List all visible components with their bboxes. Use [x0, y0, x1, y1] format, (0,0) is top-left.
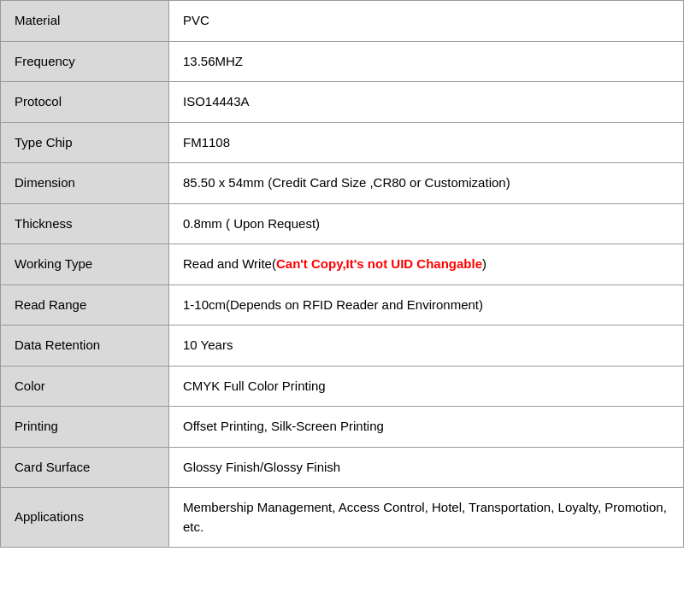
label-data-retention: Data Retention — [1, 326, 169, 367]
table-row: Data Retention 10 Years — [1, 326, 684, 367]
label-frequency: Frequency — [1, 41, 169, 82]
table-row: Applications Membership Management, Acce… — [1, 488, 684, 548]
table-row: Color CMYK Full Color Printing — [1, 366, 684, 407]
value-thickness: 0.8mm ( Upon Request) — [169, 203, 684, 244]
table-row: Dimension 85.50 x 54mm (Credit Card Size… — [1, 163, 684, 204]
value-printing: Offset Printing, Silk-Screen Printing — [169, 407, 684, 448]
label-card-surface: Card Surface — [1, 447, 169, 488]
value-frequency: 13.56MHZ — [169, 41, 684, 82]
table-row: Working Type Read and Write(Can't Copy,I… — [1, 244, 684, 285]
value-working-type: Read and Write(Can't Copy,It's not UID C… — [169, 244, 684, 285]
label-read-range: Read Range — [1, 285, 169, 326]
value-applications: Membership Management, Access Control, H… — [169, 488, 684, 548]
table-row: Thickness 0.8mm ( Upon Request) — [1, 203, 684, 244]
label-material: Material — [1, 1, 169, 42]
label-dimension: Dimension — [1, 163, 169, 204]
value-protocol: ISO14443A — [169, 82, 684, 123]
table-row: Printing Offset Printing, Silk-Screen Pr… — [1, 407, 684, 448]
working-type-suffix: ) — [482, 256, 486, 271]
label-protocol: Protocol — [1, 82, 169, 123]
table-row: Read Range 1-10cm(Depends on RFID Reader… — [1, 285, 684, 326]
table-row: Card Surface Glossy Finish/Glossy Finish — [1, 447, 684, 488]
table-row: Material PVC — [1, 1, 684, 42]
value-dimension: 85.50 x 54mm (Credit Card Size ,CR80 or … — [169, 163, 684, 204]
value-color: CMYK Full Color Printing — [169, 366, 684, 407]
specs-table: Material PVC Frequency 13.56MHZ Protocol… — [0, 0, 684, 548]
value-card-surface: Glossy Finish/Glossy Finish — [169, 447, 684, 488]
working-type-red: Can't Copy,It's not UID Changable — [276, 256, 482, 271]
value-data-retention: 10 Years — [169, 326, 684, 367]
label-printing: Printing — [1, 407, 169, 448]
table-row: Frequency 13.56MHZ — [1, 41, 684, 82]
label-applications: Applications — [1, 488, 169, 548]
value-material: PVC — [169, 1, 684, 42]
working-type-prefix: Read and Write( — [183, 256, 276, 271]
label-color: Color — [1, 366, 169, 407]
value-type-chip: FM1108 — [169, 122, 684, 163]
label-type-chip: Type Chip — [1, 122, 169, 163]
table-row: Type Chip FM1108 — [1, 122, 684, 163]
table-row: Protocol ISO14443A — [1, 82, 684, 123]
value-read-range: 1-10cm(Depends on RFID Reader and Enviro… — [169, 285, 684, 326]
label-thickness: Thickness — [1, 203, 169, 244]
label-working-type: Working Type — [1, 244, 169, 285]
